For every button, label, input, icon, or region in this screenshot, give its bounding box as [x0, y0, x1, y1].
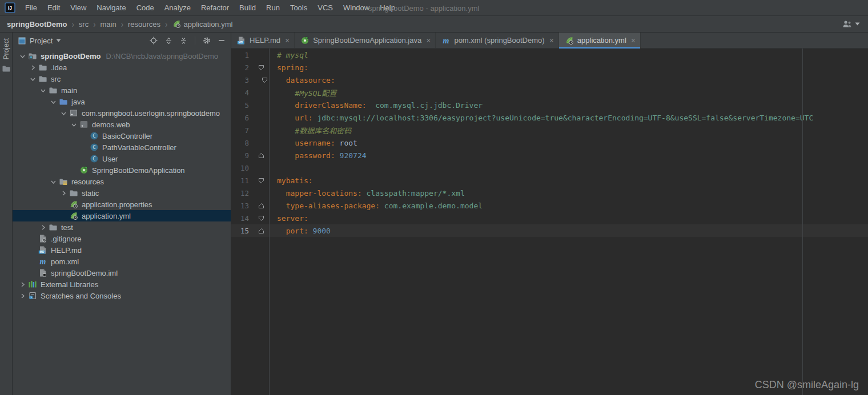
code-line-1[interactable]: 1# mysql: [231, 49, 868, 61]
code-line-12[interactable]: 12 mapper-locations: classpath:mapper/*.…: [231, 187, 868, 199]
tree-item-demos-web[interactable]: demos.web: [13, 119, 231, 130]
ide-window: IJ FileEditViewNavigateCodeAnalyzeRefact…: [0, 0, 868, 395]
chevron-down-icon[interactable]: [56, 39, 61, 42]
code-line-14[interactable]: 14server:: [231, 212, 868, 224]
breadcrumb-item-src[interactable]: src: [79, 20, 89, 29]
tree-item-main[interactable]: main: [13, 84, 231, 96]
project-panel-title[interactable]: Project: [30, 37, 53, 45]
menu-edit[interactable]: Edit: [42, 0, 65, 16]
chevron-down-icon[interactable]: [58, 110, 69, 116]
chevron-down-icon[interactable]: [69, 122, 79, 128]
code-line-13[interactable]: 13 type-aliases-package: com.example.dem…: [231, 199, 868, 212]
folder-icon: [38, 63, 48, 72]
menu-file[interactable]: File: [20, 0, 42, 16]
line-number: 14: [231, 214, 254, 223]
tree-item-resources[interactable]: resources: [13, 176, 231, 187]
line-number: 4: [231, 88, 254, 97]
code-line-3[interactable]: 3 datasource:: [231, 74, 868, 86]
tab-springbootdemoapplication-java[interactable]: SpringBootDemoApplication.java×: [295, 33, 436, 48]
menu-build[interactable]: Build: [234, 0, 261, 16]
settings-button[interactable]: [203, 37, 211, 45]
tree-item-basiccontroller[interactable]: CBasicController: [13, 130, 231, 142]
code-line-8[interactable]: 8 username: root: [231, 136, 868, 149]
tree-item-help-md[interactable]: MDHELP.md: [13, 244, 231, 256]
close-icon[interactable]: ×: [549, 37, 554, 45]
tree-item-pathvariablecontroller[interactable]: CPathVariableController: [13, 142, 231, 153]
tree-item-application-yml[interactable]: application.yml: [13, 210, 231, 221]
tree-item-src[interactable]: src: [13, 73, 231, 84]
svg-text:IJ: IJ: [8, 5, 12, 11]
breadcrumb-item-resources[interactable]: resources: [128, 20, 160, 29]
tree-item-springbootdemo-iml[interactable]: springBootDemo.iml: [13, 267, 231, 279]
hide-button[interactable]: [218, 37, 225, 44]
fold-end-marker[interactable]: [254, 224, 269, 237]
close-icon[interactable]: ×: [631, 37, 636, 45]
menu-run[interactable]: Run: [261, 0, 285, 16]
tab-help-md[interactable]: MDHELP.md×: [231, 33, 295, 48]
tree-item-springbootdemoapplication[interactable]: SpringBootDemoApplication: [13, 164, 231, 176]
tree-item-pom-xml[interactable]: mpom.xml: [13, 256, 231, 267]
chevron-right-icon[interactable]: [58, 190, 69, 196]
code-line-11[interactable]: 11mybatis:: [231, 174, 868, 187]
menu-code[interactable]: Code: [131, 0, 159, 16]
chevron-down-icon[interactable]: [38, 87, 48, 94]
svg-text:C: C: [93, 156, 95, 162]
chevron-down-icon[interactable]: [48, 179, 58, 185]
tree-item-test[interactable]: test: [13, 221, 231, 233]
breadcrumb-item-application-yml[interactable]: application.yml: [172, 19, 232, 29]
tab-application-yml[interactable]: application.yml×: [559, 33, 641, 48]
menu-vcs[interactable]: VCS: [312, 0, 338, 16]
code-line-4[interactable]: 4 #MySQL配置: [231, 86, 868, 99]
breadcrumb-label: application.yml: [183, 20, 232, 29]
caret-down-icon: [855, 22, 860, 26]
project-strip-tab[interactable]: Project: [2, 38, 10, 59]
tree-item-static[interactable]: static: [13, 187, 231, 199]
fold-end-marker[interactable]: [254, 149, 269, 162]
tree-item-user[interactable]: CUser: [13, 153, 231, 164]
tree-item-gitignore[interactable]: .gitignore: [13, 233, 231, 244]
code-editor[interactable]: 1# mysql2spring:3 datasource:4 #MySQL配置5…: [231, 49, 868, 395]
breadcrumb-item-main[interactable]: main: [100, 20, 116, 29]
code-text: type-aliases-package: com.example.demo.m…: [269, 201, 483, 210]
code-line-15[interactable]: 15 port: 9000: [231, 224, 868, 237]
chevron-right-icon[interactable]: [27, 65, 38, 71]
code-text: driverClassName: com.mysql.cj.jdbc.Drive…: [269, 101, 483, 110]
close-icon[interactable]: ×: [285, 37, 290, 45]
chevron-right-icon[interactable]: [38, 224, 48, 231]
code-line-9[interactable]: 9 password: 920724: [231, 149, 868, 162]
fold-start-marker[interactable]: [254, 212, 269, 224]
fold-end-marker[interactable]: [254, 199, 269, 212]
tab-pom-xml-springbootdemo[interactable]: mpom.xml (springBootDemo)×: [436, 33, 558, 48]
breadcrumb-item-springbootdemo[interactable]: springBootDemo: [7, 20, 67, 29]
tree-item-springbootdemo[interactable]: springBootDemoD:\NCB\ncbJava\springBootD…: [13, 50, 231, 62]
tree-item-scratches-and-consoles[interactable]: Scratches and Consoles: [13, 290, 231, 301]
expand-all-button[interactable]: [165, 37, 172, 45]
fold-start-marker[interactable]: [254, 61, 269, 74]
fold-start-marker[interactable]: [254, 174, 269, 187]
tree-item-com-springboot-userlogin-springbootdemo[interactable]: com.springboot.userlogin.springbootdemo: [13, 107, 231, 119]
chevron-right-icon[interactable]: [17, 293, 27, 299]
user-menu-button[interactable]: [842, 20, 860, 28]
code-line-6[interactable]: 6 url: jdbc:mysql://localhost:3306/easyp…: [231, 111, 868, 124]
code-line-7[interactable]: 7 #数据库名和密码: [231, 124, 868, 136]
menu-navigate[interactable]: Navigate: [91, 0, 131, 16]
menu-refactor[interactable]: Refactor: [196, 0, 234, 16]
chevron-down-icon[interactable]: [27, 76, 38, 82]
tree-item-external-libraries[interactable]: External Libraries: [13, 279, 231, 290]
chevron-down-icon[interactable]: [17, 53, 27, 59]
menu-tools[interactable]: Tools: [285, 0, 312, 16]
code-line-5[interactable]: 5 driverClassName: com.mysql.cj.jdbc.Dri…: [231, 99, 868, 111]
code-line-2[interactable]: 2spring:: [231, 61, 868, 74]
close-icon[interactable]: ×: [426, 37, 431, 45]
code-line-10[interactable]: 10: [231, 162, 868, 174]
tree-item-java[interactable]: java: [13, 96, 231, 107]
chevron-down-icon[interactable]: [48, 99, 58, 105]
collapse-all-button[interactable]: [180, 37, 187, 45]
menu-analyze[interactable]: Analyze: [159, 0, 196, 16]
tree-item-idea[interactable]: .idea: [13, 62, 231, 73]
fold-start-marker[interactable]: [254, 74, 269, 86]
chevron-right-icon[interactable]: [17, 281, 27, 288]
locate-button[interactable]: [150, 37, 158, 45]
tree-item-application-properties[interactable]: application.properties: [13, 199, 231, 210]
menu-view[interactable]: View: [65, 0, 91, 16]
